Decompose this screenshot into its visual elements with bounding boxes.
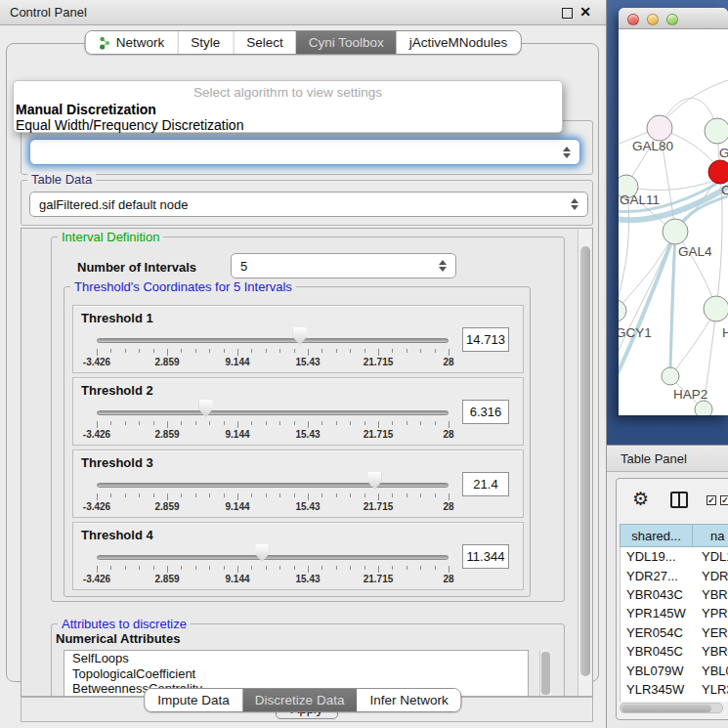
table-hscrollbar[interactable]	[620, 703, 723, 713]
zoom-traffic-light[interactable]	[666, 14, 678, 25]
slider-tick-label: 9.144	[225, 357, 249, 367]
split-columns-icon[interactable]	[670, 492, 688, 508]
combo-arrows-icon	[439, 260, 447, 272]
network-node-partial[interactable]	[695, 401, 712, 415]
slider-tick	[139, 349, 140, 353]
attributes-scrollbar[interactable]	[539, 651, 551, 697]
table-row[interactable]: YDL19...YDL1	[621, 547, 728, 566]
slider-tick	[378, 349, 379, 356]
network-node-GA[interactable]	[705, 118, 728, 144]
algorithm-dropdown-popup: Select algorithm to view settings Manual…	[13, 80, 563, 133]
slider-track[interactable]	[97, 555, 449, 560]
number-of-intervals-combobox[interactable]: 5	[231, 253, 456, 278]
table-row[interactable]: YBR045CYBR0	[621, 642, 728, 661]
algorithm-combobox[interactable]	[29, 139, 580, 165]
network-node-label: C	[721, 183, 728, 197]
table-hscrollbar-thumb[interactable]	[621, 705, 711, 713]
tab-infer-network[interactable]: Infer Network	[357, 689, 460, 711]
slider-tick	[224, 493, 225, 497]
network-window-titlebar[interactable]	[619, 8, 728, 29]
attribute-item-selfloops[interactable]: SelfLoops	[64, 651, 528, 666]
table-data-combobox[interactable]: galFiltered.sif default node	[29, 192, 588, 217]
tab-network[interactable]: Network	[86, 31, 178, 54]
slider-tick	[181, 493, 182, 497]
panel-title: Control Panel	[10, 5, 87, 20]
network-node-GAL80[interactable]	[647, 115, 672, 141]
network-node-H[interactable]	[704, 296, 728, 321]
settings-scrollbar-thumb[interactable]	[580, 246, 590, 676]
network-node-GAL4[interactable]	[663, 219, 688, 244]
table-row[interactable]: YDR27...YDR2	[621, 566, 728, 584]
tab-select[interactable]: Select	[233, 31, 296, 54]
slider-tick	[407, 566, 407, 570]
slider-tick	[392, 566, 393, 570]
slider-tick-label: 9.144	[225, 574, 249, 584]
cell-shared-name: YBR043C	[621, 587, 693, 602]
slider-tick	[449, 349, 450, 356]
slider-tick	[97, 566, 98, 573]
network-node-label: GAL4	[678, 244, 712, 259]
option-manual-discretization[interactable]: Manual Discretization	[16, 102, 156, 117]
threshold-value-field[interactable]	[462, 472, 509, 496]
slider-tick	[237, 421, 238, 428]
slider-tick	[97, 421, 98, 428]
network-node-HAP2[interactable]	[662, 367, 679, 385]
network-icon	[99, 36, 111, 50]
cell-name: YIL0	[693, 701, 728, 702]
network-node-C[interactable]	[708, 160, 728, 184]
threshold-value-field[interactable]	[462, 544, 509, 569]
slider-tick	[336, 421, 337, 425]
slider-tick	[153, 421, 154, 425]
slider-tick	[449, 566, 450, 573]
slider-tick-label: 2.859	[154, 501, 179, 512]
slider-tick	[321, 349, 322, 353]
option-equal-width-frequency[interactable]: Equal Width/Frequency Discretization	[16, 117, 243, 133]
tab-cyni-toolbox[interactable]: Cyni Toolbox	[296, 31, 397, 54]
cell-shared-name: YDL19...	[621, 549, 693, 564]
checkbox-icon[interactable]: ✓	[707, 495, 716, 505]
minimize-traffic-light[interactable]	[647, 14, 659, 25]
close-traffic-light[interactable]	[627, 14, 639, 25]
tab-label: Cyni Toolbox	[309, 35, 384, 50]
cell-shared-name: YIL052C	[621, 701, 693, 702]
settings-scrollbar[interactable]	[578, 230, 591, 697]
close-icon[interactable]: ✕	[579, 4, 591, 20]
tab-discretize-data[interactable]: Discretize Data	[242, 689, 358, 711]
checkbox-icon[interactable]: ✓	[720, 495, 728, 505]
float-window-icon[interactable]	[562, 8, 573, 19]
attributes-scrollbar-thumb[interactable]	[541, 652, 550, 695]
table-row[interactable]: YER054CYER0	[621, 623, 728, 642]
slider-tick	[321, 493, 322, 497]
slider-track[interactable]	[97, 338, 449, 343]
gear-icon[interactable]: ⚙	[632, 488, 649, 510]
slider-tick	[435, 349, 436, 353]
table-row[interactable]: YLR345WYLR3	[621, 680, 728, 699]
slider-tick	[392, 493, 393, 497]
slider-track[interactable]	[97, 483, 449, 488]
table-row[interactable]: YIL052CYIL0	[621, 699, 728, 702]
table-row[interactable]: YPR145WYPR1	[621, 604, 728, 622]
cell-name: YPR1	[693, 606, 728, 621]
network-canvas[interactable]: GAL80GACGAL11GAL4GCY1HHAP2	[619, 29, 728, 415]
table-row[interactable]: YBL079WYBL0	[621, 661, 728, 679]
cell-name: YER0	[693, 625, 728, 640]
attribute-item-topologicalcoefficient[interactable]: TopologicalCoefficient	[64, 666, 528, 682]
slider-tick-label: 15.43	[295, 429, 320, 440]
table-row[interactable]: YBR043CYBR0	[621, 585, 728, 604]
network-node-label: GCY1	[619, 325, 652, 340]
threshold-panel-2: Threshold 2-3.4262.8599.14415.4321.71528	[72, 377, 524, 446]
tab-style[interactable]: Style	[177, 31, 233, 54]
slider-tick	[350, 566, 351, 570]
threshold-label: Threshold 1	[81, 311, 153, 325]
threshold-value-field[interactable]	[462, 400, 509, 424]
tab-impute-data[interactable]: Impute Data	[145, 689, 242, 711]
slider-tick	[279, 349, 280, 353]
column-header-shared-name[interactable]: shared...	[620, 524, 693, 547]
column-header-name[interactable]: na	[693, 524, 728, 547]
tab-jactivemnodules[interactable]: jActiveMNodules	[397, 31, 521, 54]
settings-scrollpane: Interval Definition Number of Intervals …	[21, 228, 593, 697]
network-node-GCY1[interactable]	[619, 300, 626, 321]
slider-track[interactable]	[97, 410, 449, 415]
slider-tick	[420, 349, 421, 353]
threshold-value-field[interactable]	[462, 327, 509, 352]
